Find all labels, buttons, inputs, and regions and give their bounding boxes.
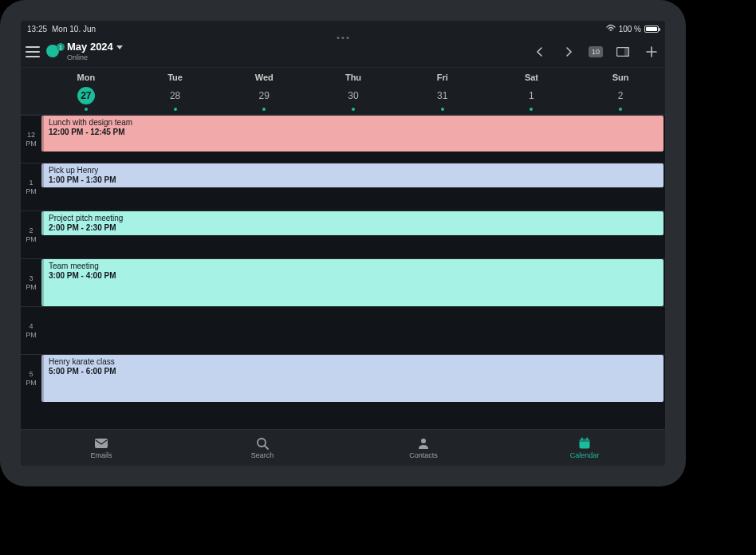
day-number: 28 (167, 87, 184, 104)
event-dot (530, 108, 533, 111)
day-name: Sat (525, 73, 538, 82)
nav-label: Calendar (570, 451, 600, 459)
timeline[interactable]: 12PMLunch with design team12:00 PM - 12:… (21, 114, 665, 429)
day-column-thu[interactable]: Thu30 (309, 68, 398, 114)
badge-count: 1 (57, 43, 65, 51)
event-dot (619, 108, 622, 111)
hour-label: 2PM (21, 211, 41, 258)
hour-content[interactable] (41, 307, 665, 354)
day-name: Thu (345, 73, 361, 82)
status-time: 13:25 (27, 25, 47, 33)
day-column-tue[interactable]: Tue28 (131, 68, 220, 114)
hour-row: 3PMTeam meeting3:00 PM - 4:00 PM (21, 258, 665, 306)
day-name: Tue (167, 73, 183, 82)
nav-search[interactable]: Search (182, 430, 343, 466)
view-toggle-button[interactable] (614, 43, 632, 61)
nav-label: Contacts (409, 451, 438, 459)
event-dot (174, 108, 177, 111)
calendar-event[interactable]: Team meeting3:00 PM - 4:00 PM (41, 259, 663, 306)
day-name: Sun (612, 73, 629, 82)
week-header: Mon27Tue28Wed29Thu30Fri31Sat1Sun2 (21, 67, 665, 114)
event-title: Pick up Henry (49, 166, 659, 175)
day-number: 27 (77, 87, 95, 104)
status-bar: 13:25 Mon 10. Jun 100 % (21, 21, 665, 37)
day-number: 30 (345, 87, 362, 104)
hour-label: 4PM (21, 307, 41, 354)
calendar-event[interactable]: Henry karate class5:00 PM - 6:00 PM (41, 355, 663, 402)
day-column-wed[interactable]: Wed29 (219, 68, 309, 114)
app-header: 1 May 2024 Online 10 (21, 37, 665, 67)
nav-label: Search (251, 451, 274, 459)
day-column-mon[interactable]: Mon27 (41, 68, 131, 114)
day-number: 31 (434, 87, 451, 104)
status-subtitle: Online (67, 53, 123, 61)
svg-point-4 (421, 439, 426, 443)
day-name: Fri (437, 73, 448, 82)
event-title: Henry karate class (49, 357, 659, 366)
event-title: Lunch with design team (49, 118, 659, 127)
day-number: 29 (255, 87, 273, 104)
day-column-sat[interactable]: Sat1 (487, 68, 577, 114)
hour-row: 5PMHenry karate class5:00 PM - 6:00 PM (21, 354, 665, 402)
calendar-event[interactable]: Lunch with design team12:00 PM - 12:45 P… (41, 116, 663, 152)
page-dots (337, 37, 349, 39)
hour-row: 1PMPick up Henry1:00 PM - 1:30 PM (21, 163, 665, 211)
nav-emails[interactable]: Emails (21, 430, 182, 466)
calendar-event[interactable]: Project pitch meeting2:00 PM - 2:30 PM (41, 211, 663, 235)
svg-rect-6 (580, 439, 590, 442)
calendar-event[interactable]: Pick up Henry1:00 PM - 1:30 PM (41, 163, 663, 187)
wifi-icon (606, 24, 616, 33)
mail-icon (94, 437, 108, 450)
day-column-sun[interactable]: Sun2 (576, 68, 665, 114)
event-dot (352, 108, 355, 111)
day-column-fri[interactable]: Fri31 (398, 68, 487, 114)
nav-calendar[interactable]: Calendar (504, 430, 665, 466)
month-picker[interactable]: May 2024 (67, 41, 123, 53)
hour-content[interactable]: Team meeting3:00 PM - 4:00 PM (41, 259, 665, 306)
today-button[interactable]: 10 (589, 46, 603, 57)
menu-icon[interactable] (26, 46, 40, 57)
hour-content[interactable]: Lunch with design team12:00 PM - 12:45 P… (41, 116, 665, 163)
search-icon (255, 437, 270, 450)
battery-icon (644, 26, 659, 33)
month-title: May 2024 (67, 41, 113, 53)
calendar-icon (577, 437, 592, 450)
battery-percent: 100 % (619, 25, 641, 33)
event-time: 1:00 PM - 1:30 PM (49, 175, 659, 184)
bottom-nav: EmailsSearchContactsCalendar (21, 429, 665, 466)
day-name: Mon (77, 73, 96, 82)
nav-contacts[interactable]: Contacts (343, 430, 504, 466)
hour-content[interactable]: Henry karate class5:00 PM - 6:00 PM (41, 355, 665, 402)
day-name: Wed (255, 73, 274, 82)
event-time: 2:00 PM - 2:30 PM (49, 223, 659, 232)
event-time: 12:00 PM - 12:45 PM (49, 128, 659, 136)
add-button[interactable] (643, 43, 660, 61)
screen: 13:25 Mon 10. Jun 100 % 1 (21, 21, 665, 466)
nav-label: Emails (90, 451, 112, 459)
hour-label: 12PM (21, 116, 41, 163)
event-dot (85, 108, 88, 111)
event-time: 5:00 PM - 6:00 PM (49, 367, 659, 376)
account-badge[interactable]: 1 (46, 45, 61, 59)
hour-label: 3PM (21, 259, 41, 306)
day-number: 2 (612, 87, 629, 104)
svg-rect-7 (581, 437, 583, 440)
event-dot (262, 108, 266, 111)
day-number: 1 (522, 87, 540, 104)
event-time: 3:00 PM - 4:00 PM (49, 271, 659, 280)
person-icon (416, 437, 431, 450)
status-date: Mon 10. Jun (52, 25, 96, 33)
hour-row: 12PMLunch with design team12:00 PM - 12:… (21, 115, 665, 163)
hour-label: 1PM (21, 163, 41, 211)
hour-row: 4PM (21, 306, 665, 354)
hour-label: 5PM (21, 355, 41, 402)
event-dot (441, 108, 444, 111)
chevron-down-icon (116, 45, 123, 49)
next-button[interactable] (560, 43, 577, 61)
hour-content[interactable]: Pick up Henry1:00 PM - 1:30 PM (41, 163, 665, 211)
hour-row: 2PMProject pitch meeting2:00 PM - 2:30 P… (21, 211, 665, 258)
hour-content[interactable]: Project pitch meeting2:00 PM - 2:30 PM (41, 211, 665, 258)
svg-rect-1 (624, 48, 628, 56)
event-title: Team meeting (49, 262, 659, 270)
prev-button[interactable] (531, 43, 549, 61)
